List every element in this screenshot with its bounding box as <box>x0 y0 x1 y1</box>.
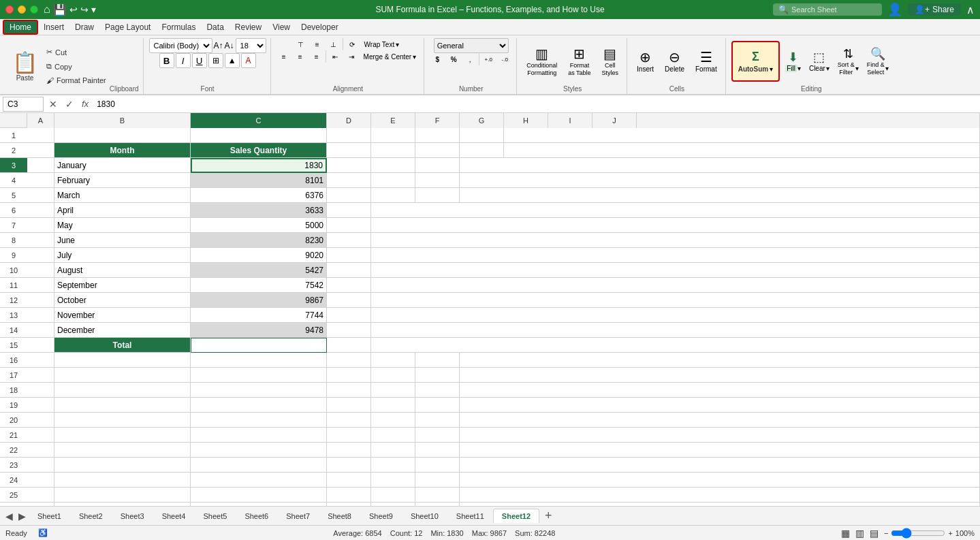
row-header-2[interactable]: 2 <box>0 143 27 158</box>
sheet-tab-2[interactable]: Sheet2 <box>70 509 112 523</box>
cell-b9[interactable]: July <box>54 248 191 263</box>
cell-c22[interactable] <box>191 443 327 458</box>
row-header-6[interactable]: 6 <box>0 203 27 218</box>
cell-b6[interactable]: April <box>54 203 191 218</box>
sheet-tab-6[interactable]: Sheet6 <box>236 509 277 523</box>
cell-b19[interactable] <box>54 398 191 413</box>
cell-a1[interactable] <box>27 128 54 143</box>
cell-rest-25[interactable] <box>460 488 980 503</box>
cell-f24[interactable] <box>415 473 460 488</box>
cell-reference-box[interactable]: C3 <box>3 97 44 112</box>
cell-a5[interactable] <box>27 188 54 203</box>
sheet-tab-9[interactable]: Sheet9 <box>360 509 402 523</box>
font-family-select[interactable]: Calibri (Body) <box>149 38 212 53</box>
format-cell-button[interactable]: ☰ Format <box>691 48 721 74</box>
cell-f5[interactable] <box>415 188 460 203</box>
formula-input[interactable] <box>94 99 977 109</box>
paste-button[interactable]: 📋 Paste <box>7 38 43 94</box>
sheet-tab-10[interactable]: Sheet10 <box>402 509 447 523</box>
cell-b14[interactable]: December <box>54 323 191 338</box>
col-header-f[interactable]: F <box>415 113 460 128</box>
traffic-lights[interactable] <box>5 5 38 14</box>
sheet-tab-3[interactable]: Sheet3 <box>112 509 153 523</box>
cell-a25[interactable] <box>27 488 54 503</box>
cell-c25[interactable] <box>191 488 327 503</box>
col-header-b[interactable]: B <box>54 113 191 128</box>
font-size-decrease-icon[interactable]: A↓ <box>225 41 234 50</box>
cell-c21[interactable] <box>191 428 327 443</box>
col-header-g[interactable]: G <box>460 113 504 128</box>
cell-b7[interactable]: May <box>54 218 191 233</box>
accessibility-icon[interactable]: ♿ <box>38 528 48 537</box>
cell-e5[interactable] <box>371 188 415 203</box>
sheet-add-button[interactable]: + <box>539 509 558 523</box>
menu-data[interactable]: Data <box>201 21 229 33</box>
cell-rest-19[interactable] <box>460 398 980 413</box>
cell-c7[interactable]: 5000 <box>191 218 327 233</box>
row-header-5[interactable]: 5 <box>0 188 27 203</box>
menu-developer[interactable]: Developer <box>296 21 344 33</box>
row-header-9[interactable]: 9 <box>0 248 27 263</box>
cell-rest-13[interactable] <box>371 308 980 323</box>
cell-f23[interactable] <box>415 458 460 473</box>
cell-a6[interactable] <box>27 203 54 218</box>
cell-d21[interactable] <box>327 428 371 443</box>
cell-d17[interactable] <box>327 368 371 383</box>
cell-b23[interactable] <box>54 458 191 473</box>
cell-c2[interactable]: Sales Quantity <box>191 143 327 158</box>
cell-a8[interactable] <box>27 233 54 248</box>
borders-button[interactable]: ⊞ <box>208 53 223 68</box>
cell-f19[interactable] <box>415 398 460 413</box>
row-header-3[interactable]: 3 <box>0 158 27 173</box>
cell-a17[interactable] <box>27 368 54 383</box>
normal-view-icon[interactable]: ▦ <box>841 528 850 539</box>
zoom-slider[interactable] <box>891 528 945 539</box>
fill-button[interactable]: ⬇ Fill ▾ <box>783 48 804 74</box>
cell-d20[interactable] <box>327 413 371 428</box>
cell-f20[interactable] <box>415 413 460 428</box>
cell-rest-21[interactable] <box>460 428 980 443</box>
cell-b18[interactable] <box>54 383 191 398</box>
share-button[interactable]: 👤+ Share <box>908 3 961 16</box>
row-header-4[interactable]: 4 <box>0 173 27 188</box>
cell-e16[interactable] <box>371 353 415 368</box>
cell-d6[interactable] <box>327 203 371 218</box>
cell-f22[interactable] <box>415 443 460 458</box>
cell-c3[interactable]: 1830 <box>191 158 327 173</box>
align-bottom-button[interactable]: ⊥ <box>326 38 341 50</box>
col-header-j[interactable]: J <box>592 113 637 128</box>
cell-c1[interactable] <box>191 128 327 143</box>
cell-b15[interactable]: Total <box>54 338 191 353</box>
cell-f1[interactable] <box>415 128 460 143</box>
cell-a10[interactable] <box>27 263 54 278</box>
cell-c24[interactable] <box>191 473 327 488</box>
cell-rest-14[interactable] <box>371 323 980 338</box>
cell-rest-4[interactable] <box>460 173 980 188</box>
cell-d25[interactable] <box>327 488 371 503</box>
cell-c10[interactable]: 5427 <box>191 263 327 278</box>
row-header-10[interactable]: 10 <box>0 263 27 278</box>
row-header-21[interactable]: 21 <box>0 428 27 443</box>
decrease-decimal-button[interactable]: -.0 <box>497 53 512 65</box>
cell-a14[interactable] <box>27 323 54 338</box>
cell-c17[interactable] <box>191 368 327 383</box>
cell-c9[interactable]: 9020 <box>191 248 327 263</box>
cell-a9[interactable] <box>27 248 54 263</box>
cell-f21[interactable] <box>415 428 460 443</box>
cell-a21[interactable] <box>27 428 54 443</box>
cell-b5[interactable]: March <box>54 188 191 203</box>
row-header-7[interactable]: 7 <box>0 218 27 233</box>
home-icon[interactable]: ⌂ <box>44 3 50 16</box>
cell-a18[interactable] <box>27 383 54 398</box>
row-header-17[interactable]: 17 <box>0 368 27 383</box>
cell-c4[interactable]: 8101 <box>191 173 327 188</box>
cell-rest-17[interactable] <box>460 368 980 383</box>
minimize-button[interactable] <box>18 5 26 14</box>
cell-b11[interactable]: September <box>54 278 191 293</box>
row-header-8[interactable]: 8 <box>0 233 27 248</box>
row-header-18[interactable]: 18 <box>0 383 27 398</box>
cell-d18[interactable] <box>327 383 371 398</box>
cell-c13[interactable]: 7744 <box>191 308 327 323</box>
merge-center-button[interactable]: Merge & Center▾ <box>360 52 420 62</box>
undo-icon[interactable]: ↩ <box>69 4 78 15</box>
